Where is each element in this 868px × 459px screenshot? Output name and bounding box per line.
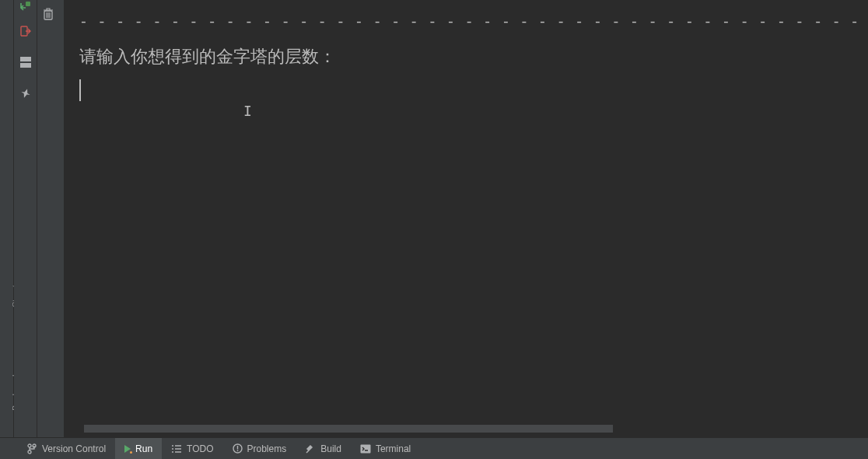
play-icon [124, 445, 131, 453]
console-output[interactable]: - - - - - - - - - - - - - - - - - - - - … [64, 0, 868, 437]
bottom-item-label: TODO [187, 443, 213, 454]
console-caret [79, 79, 81, 101]
bottom-item-label: Version Control [42, 443, 106, 454]
bottom-item-label: Problems [247, 443, 287, 454]
bottom-toolbar: Version Control Run TODO Problems Build … [0, 437, 868, 459]
bottom-item-label: Terminal [376, 443, 411, 454]
svg-point-6 [28, 450, 31, 454]
tool-sidebar [14, 0, 37, 437]
bottom-item-label: Run [135, 443, 152, 454]
svg-rect-0 [26, 2, 30, 6]
bottom-item-build[interactable]: Build [296, 438, 351, 460]
console-gutter [37, 0, 64, 437]
svg-point-5 [28, 444, 31, 447]
svg-rect-3 [20, 63, 31, 68]
left-strip: Structure Bookmarks [0, 0, 14, 437]
text-cursor-glyph: I [243, 103, 252, 119]
bottom-item-terminal[interactable]: Terminal [351, 438, 420, 460]
bottom-item-problems[interactable]: Problems [223, 438, 296, 460]
pin-icon[interactable] [15, 82, 37, 104]
bottom-item-label: Build [320, 443, 341, 454]
bottom-item-run[interactable]: Run [115, 438, 162, 460]
svg-rect-9 [236, 446, 237, 450]
trash-icon[interactable] [43, 8, 54, 23]
console-line-1: - - - - - - - - - - - - - - - - - - - - … [79, 12, 852, 33]
console-line-2: 请输入你想得到的金字塔的层数： [79, 45, 852, 68]
svg-rect-10 [236, 450, 237, 452]
bottom-item-version-control[interactable]: Version Control [17, 438, 115, 460]
return-icon[interactable] [15, 0, 37, 17]
exit-icon[interactable] [15, 20, 37, 42]
horizontal-scrollbar[interactable] [84, 425, 613, 433]
svg-rect-2 [20, 57, 31, 61]
bottom-item-todo[interactable]: TODO [162, 438, 222, 460]
svg-rect-11 [360, 444, 370, 453]
layout-icon[interactable] [15, 51, 37, 73]
